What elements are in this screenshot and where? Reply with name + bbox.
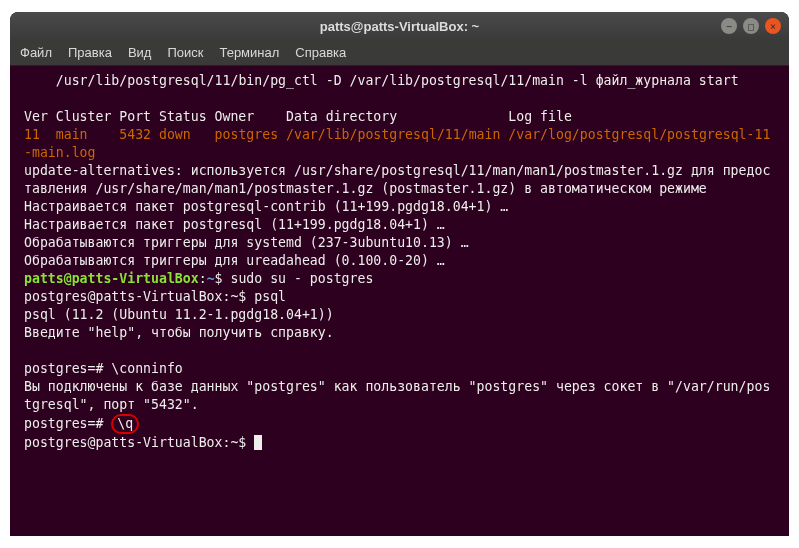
psql-prompt-line: postgres=# \conninfo bbox=[24, 361, 183, 376]
menu-terminal[interactable]: Терминал bbox=[219, 45, 279, 60]
menu-file[interactable]: Файл bbox=[20, 45, 52, 60]
highlighted-command: \q bbox=[111, 414, 139, 434]
close-button[interactable]: × bbox=[765, 18, 781, 34]
window-controls: − □ × bbox=[721, 18, 781, 34]
shell-prompt: postgres@patts-VirtualBox:~$ bbox=[24, 435, 254, 450]
output-line: postgres@patts-VirtualBox:~$ psql bbox=[24, 289, 286, 304]
prompt-sep: : bbox=[199, 271, 207, 286]
menu-help[interactable]: Справка bbox=[295, 45, 346, 60]
output-line: Настраивается пакет postgresql (11+199.p… bbox=[24, 217, 445, 232]
menu-search[interactable]: Поиск bbox=[167, 45, 203, 60]
output-line: Обрабатываются триггеры для ureadahead (… bbox=[24, 253, 445, 268]
output-line: Введите "help", чтобы получить справку. bbox=[24, 325, 334, 340]
maximize-button[interactable]: □ bbox=[743, 18, 759, 34]
output-line: Настраивается пакет postgresql-contrib (… bbox=[24, 199, 508, 214]
window-title: patts@patts-VirtualBox: ~ bbox=[320, 19, 479, 34]
minimize-button[interactable]: − bbox=[721, 18, 737, 34]
terminal-content[interactable]: /usr/lib/postgresql/11/bin/pg_ctl -D /va… bbox=[10, 66, 789, 536]
psql-prompt: postgres=# bbox=[24, 416, 111, 431]
menubar: Файл Правка Вид Поиск Терминал Справка bbox=[10, 40, 789, 66]
output-line: psql (11.2 (Ubuntu 11.2-1.pgdg18.04+1)) bbox=[24, 307, 334, 322]
menu-edit[interactable]: Правка bbox=[68, 45, 112, 60]
output-line: 11 main 5432 bbox=[24, 127, 159, 142]
terminal-window: patts@patts-VirtualBox: ~ − □ × Файл Пра… bbox=[10, 12, 789, 536]
prompt-dollar: $ bbox=[215, 271, 231, 286]
output-line: Обрабатываются триггеры для systemd (237… bbox=[24, 235, 469, 250]
status-down: down bbox=[159, 127, 191, 142]
prompt-user: patts@patts-VirtualBox bbox=[24, 271, 199, 286]
menu-view[interactable]: Вид bbox=[128, 45, 152, 60]
output-line: /usr/lib/postgresql/11/bin/pg_ctl -D /va… bbox=[24, 73, 739, 88]
output-line: update-alternatives: используется /usr/s… bbox=[24, 163, 770, 196]
command-text: sudo su - postgres bbox=[230, 271, 373, 286]
prompt-path: ~ bbox=[207, 271, 215, 286]
cursor bbox=[254, 435, 262, 450]
output-line: Ver Cluster Port Status Owner Data direc… bbox=[24, 109, 572, 124]
output-line: Вы подключены к базе данных "postgres" к… bbox=[24, 379, 770, 412]
titlebar[interactable]: patts@patts-VirtualBox: ~ − □ × bbox=[10, 12, 789, 40]
